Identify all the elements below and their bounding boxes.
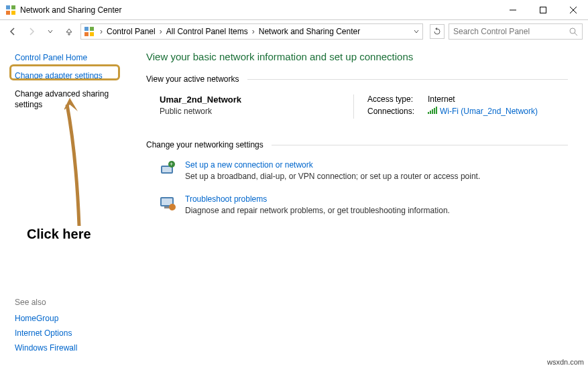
forward-button[interactable] (24, 24, 39, 39)
chevron-right-icon[interactable]: › (251, 27, 256, 36)
body: Control Panel Home Change adapter settin… (0, 43, 588, 370)
window-title: Network and Sharing Center (20, 5, 497, 15)
svg-rect-17 (434, 108, 435, 114)
option-troubleshoot: Troubleshoot problems Diagnose and repai… (146, 190, 568, 225)
sidebar: Control Panel Home Change adapter settin… (0, 43, 141, 370)
breadcrumb-item[interactable]: Control Panel (105, 27, 157, 36)
troubleshoot-desc: Diagnose and repair network problems, or… (185, 206, 450, 215)
refresh-button[interactable] (430, 24, 445, 39)
change-settings-label: Change your networking settings (146, 140, 263, 149)
svg-rect-0 (6, 5, 10, 9)
network-details: Access type: Internet Connections: Wi-Fi… (354, 95, 538, 119)
control-panel-home-link[interactable]: Control Panel Home (15, 52, 134, 64)
address-bar[interactable]: › Control Panel › All Control Panel Item… (80, 23, 423, 40)
see-also: See also HomeGroup Internet Options Wind… (15, 298, 77, 358)
svg-rect-18 (436, 107, 437, 114)
close-button[interactable] (558, 0, 588, 20)
svg-text:+: + (170, 161, 173, 168)
svg-rect-24 (162, 198, 172, 205)
change-advanced-sharing-link[interactable]: Change advanced sharing settings (15, 88, 134, 111)
wifi-icon (428, 107, 437, 114)
recent-dropdown[interactable] (43, 24, 58, 39)
divider (272, 145, 568, 145)
svg-rect-2 (6, 11, 10, 15)
svg-rect-3 (11, 11, 15, 15)
annotation-arrow (64, 95, 105, 229)
svg-point-12 (570, 28, 575, 34)
svg-rect-10 (84, 32, 89, 36)
active-networks-header: View your active networks (146, 74, 568, 84)
svg-rect-25 (164, 206, 170, 208)
option-setup-connection: + Set up a new connection or network Set… (146, 156, 568, 190)
svg-rect-14 (428, 112, 429, 114)
connection-link[interactable]: Wi-Fi (Umar_2nd_Network) (428, 107, 538, 116)
chevron-right-icon[interactable]: › (99, 27, 104, 36)
see-also-homegroup[interactable]: HomeGroup (15, 314, 77, 323)
setup-connection-icon: + (158, 160, 177, 181)
connections-label: Connections: (367, 107, 428, 116)
setup-connection-desc: Set up a broadband, dial-up, or VPN conn… (185, 172, 480, 181)
svg-rect-11 (90, 32, 94, 36)
search-input[interactable]: Search Control Panel (449, 23, 583, 40)
watermark: wsxdn.com (547, 358, 584, 366)
svg-rect-5 (540, 7, 546, 13)
chevron-down-icon[interactable] (413, 28, 420, 35)
main-content: View your basic network information and … (141, 43, 588, 370)
access-type-label: Access type: (367, 95, 428, 104)
svg-rect-1 (11, 5, 15, 9)
back-button[interactable] (5, 24, 20, 39)
see-also-header: See also (15, 298, 77, 307)
up-button[interactable] (62, 24, 76, 39)
maximize-button[interactable] (528, 0, 558, 20)
network-identity: Umar_2nd_Network Public network (160, 95, 354, 119)
connection-name: Wi-Fi (Umar_2nd_Network) (440, 107, 538, 116)
network-name: Umar_2nd_Network (160, 95, 347, 105)
troubleshoot-icon (158, 194, 177, 215)
svg-rect-15 (430, 111, 431, 114)
breadcrumb-item[interactable]: Network and Sharing Center (257, 27, 361, 36)
titlebar: Network and Sharing Center (0, 0, 588, 20)
troubleshoot-link[interactable]: Troubleshoot problems (185, 194, 267, 204)
search-placeholder: Search Control Panel (453, 27, 569, 36)
change-adapter-settings-link[interactable]: Change adapter settings (15, 70, 134, 82)
network-row: Umar_2nd_Network Public network Access t… (146, 90, 568, 128)
svg-rect-20 (162, 167, 172, 172)
access-type-value: Internet (428, 95, 455, 104)
app-icon (5, 5, 16, 15)
svg-line-13 (575, 33, 577, 36)
location-icon (84, 26, 95, 37)
svg-rect-8 (84, 27, 89, 31)
active-networks-label: View your active networks (146, 74, 239, 84)
annotation-text: Click here (27, 227, 91, 242)
navbar: › Control Panel › All Control Panel Item… (0, 20, 588, 43)
chevron-right-icon[interactable]: › (158, 27, 164, 36)
setup-connection-link[interactable]: Set up a new connection or network (185, 160, 313, 170)
svg-rect-9 (90, 27, 94, 31)
network-type: Public network (160, 107, 347, 116)
search-icon (569, 27, 578, 36)
svg-rect-16 (432, 109, 433, 114)
breadcrumb-item[interactable]: All Control Panel Items (165, 27, 249, 36)
divider (247, 79, 568, 80)
svg-point-26 (169, 204, 176, 210)
see-also-windows-firewall[interactable]: Windows Firewall (15, 343, 77, 353)
minimize-button[interactable] (497, 0, 528, 20)
see-also-internet-options[interactable]: Internet Options (15, 328, 77, 338)
change-settings-header: Change your networking settings (146, 140, 568, 149)
page-heading: View your basic network information and … (146, 51, 568, 62)
